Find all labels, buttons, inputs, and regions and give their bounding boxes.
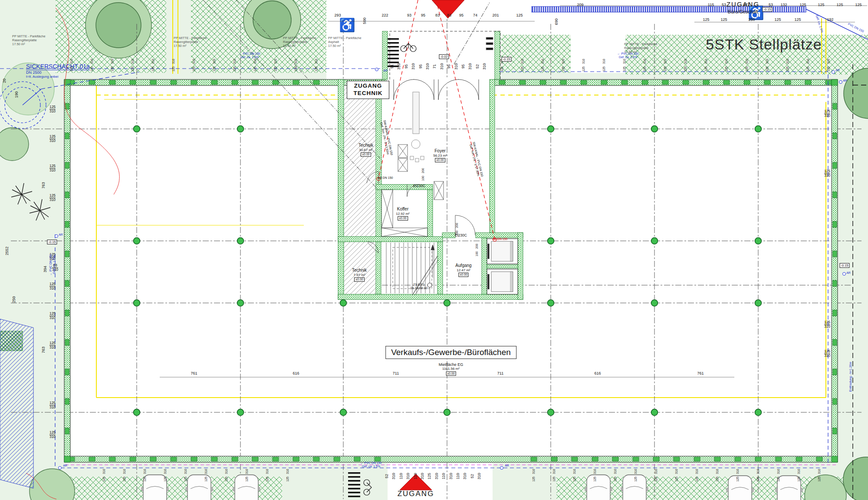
wall-dim-pair: 125310 — [797, 467, 801, 483]
wall-dim-pair: 125310 — [286, 467, 289, 483]
dim-pair-value: 310 — [425, 63, 430, 69]
wall-dim-pair: 125310 — [213, 57, 216, 72]
dim-value: 272 — [743, 3, 750, 7]
wall-dim-pair: 125310 — [225, 467, 228, 483]
wall-dim-pair: 125310 — [756, 467, 760, 483]
wall-dim-pair: 125310 — [204, 467, 208, 483]
wall-dim-pair: 125310 — [562, 57, 565, 72]
dim-pair-value: 310 — [454, 63, 458, 69]
dim-pair-value: 95 — [461, 64, 465, 69]
wall-dim-pair: 125310 — [233, 57, 237, 72]
wall-dim-pair: 125310 — [725, 57, 728, 72]
fence-label: Einfriedung - h=1,20m — [849, 362, 852, 391]
wall-dim-pair: 125310 — [806, 57, 810, 72]
wall-dim-pair: 125310 — [582, 57, 585, 72]
dim-value: 125 — [799, 3, 806, 7]
wall-dim-pair: 125310 — [131, 57, 135, 72]
dim-value: 250 — [748, 17, 755, 22]
parking-stall-label: PP MITTE - ParkflächeRasengitterplatte12… — [283, 36, 316, 48]
wall-dim-pair: 125310 — [643, 57, 647, 72]
wall-dim-pair: 125310 — [164, 467, 167, 483]
dim-value: 201 — [492, 13, 499, 17]
dim-value: 125 — [774, 17, 781, 22]
wall-dim-pair: 125310 — [716, 467, 719, 483]
wall-dim-pair: 125310 — [521, 57, 524, 72]
stair-label: 23 STG16.13/28.00 — [410, 283, 427, 290]
main-area-title: Verkaufs-/Gewerbe-/Büroflächen — [385, 346, 516, 359]
dim-pair-value: 310 — [406, 473, 410, 479]
wall-dim-pair: 125310 — [552, 467, 556, 483]
dim-value: 125 — [516, 13, 523, 17]
wall-dim-pair: 125310 — [766, 57, 769, 72]
wall-dim-pair: 125310 — [90, 57, 94, 72]
floor-plan-canvas: ♿ ♿ 5STK Stellplätze ZUGANGTECHNIK ZUGAN… — [0, 0, 868, 500]
parking-stall-label: PP MITTE - ParkflächeRasengitterplatte17… — [12, 34, 46, 46]
dim-pair-value: 310 — [448, 473, 453, 479]
parking-stall-label: PP MITTE - ParkflächeAsphalt17.50 m² — [328, 36, 362, 48]
dim-pair-value: 310 — [482, 63, 487, 69]
dim-pair-value: 310 — [397, 63, 401, 69]
wall-dim-pair: 125310 — [786, 57, 789, 72]
sickerschacht-label: SICKERSCHACHT 01a DN 2500 t=lt. Auslegun… — [26, 63, 90, 79]
wall-dim-pair: 125310 — [151, 57, 155, 72]
wall-dim-pair: 125310 — [49, 105, 56, 114]
fire-door-label: Ei230C — [413, 184, 425, 188]
dim-value: 711 — [393, 371, 399, 375]
ar-marker-label: AR — [843, 79, 847, 82]
wall-dim-pair: 125310 — [172, 57, 175, 72]
dim-pair-value: 125 — [427, 473, 431, 479]
wall-dim-pair: 125310 — [684, 57, 687, 72]
dim-value: 209 — [577, 3, 583, 7]
wall-dim-pair: 125310 — [253, 57, 257, 72]
fire-door-label: Ei230C — [455, 234, 467, 238]
dim-value-rotated: 250 — [12, 296, 16, 303]
dim-value: 125 — [720, 17, 727, 22]
dim-pair-value: 52 — [475, 64, 480, 69]
wall-dim-pair: 125310 — [654, 467, 658, 483]
dim-value: 95 — [421, 13, 425, 17]
dim-pair-value: 110 — [413, 473, 417, 479]
pipe-label: ← PVC DN 150Gef. ca. 1.5% — [239, 52, 260, 59]
ab-label: AB DN 150 — [492, 237, 507, 241]
wall-dim-pair: 125310 — [602, 57, 606, 72]
wall-dim-pair: 125310 — [541, 57, 545, 72]
dim-value: 83 — [447, 13, 451, 17]
wall-dim-pair: 125310 — [111, 57, 114, 72]
dim-value: 125 — [855, 3, 861, 7]
dim-pair-value: 310 — [463, 473, 467, 479]
wall-dim-pair: 125310 — [675, 467, 678, 483]
wall-dim-pair: 125310 — [274, 57, 277, 72]
stellplaetze-title: 5STK Stellplätze — [706, 36, 822, 53]
dim-value-rotated: 500 — [362, 17, 367, 24]
ar-marker-label: AR — [59, 233, 63, 237]
wall-dim-pair: 125310 — [70, 57, 73, 72]
wall-dim-pair: 125310 — [49, 401, 56, 410]
dim-value-rotated: 394 — [43, 266, 47, 272]
wall-dim-pair: 125310 — [49, 431, 56, 439]
dim-pair-value: 110 — [456, 473, 460, 479]
dim-value: 616 — [594, 371, 601, 375]
dim-pair-value: 110 — [399, 473, 403, 479]
wall-dim-pair: 125310 — [315, 57, 318, 72]
room-label-technik1: Technik 30.67 m² ±0.00 — [358, 143, 373, 157]
wall-dim-pair: 125310 — [49, 341, 56, 350]
wall-dim-pair: 125310 — [532, 467, 536, 483]
wall-dim-pair: 125310 — [614, 467, 617, 483]
dim-value: 93 — [407, 13, 411, 17]
dim-value: 761 — [697, 371, 704, 375]
wall-dim-pair: 125310 — [777, 467, 780, 483]
wall-dim-pair: 125310 — [573, 467, 576, 483]
kanal-label: SW-KANAL - PVC DN 150Gef. min. 2% - b 13… — [379, 120, 394, 156]
wall-dim-pair: 125310 — [664, 57, 667, 72]
wall-dim-pair: 125310 — [192, 57, 196, 72]
level-badge: -0.15 — [501, 57, 511, 62]
level-badge: -0.15 — [839, 263, 849, 268]
ar-marker-label: AR — [846, 271, 851, 275]
zugang-top-sub: Büro/Geschäft — [728, 9, 758, 15]
kanal-label: SW-KANAL - PVC DN 150Gef. min. 2% - b 17… — [468, 141, 484, 178]
wall-dim-pair: 125310 — [827, 57, 830, 72]
dim-value: 125 — [836, 3, 843, 7]
wall-dim-pair: 125310 — [143, 467, 147, 483]
dim-value: 53 — [769, 3, 773, 7]
dim-value: 115 — [708, 3, 714, 7]
